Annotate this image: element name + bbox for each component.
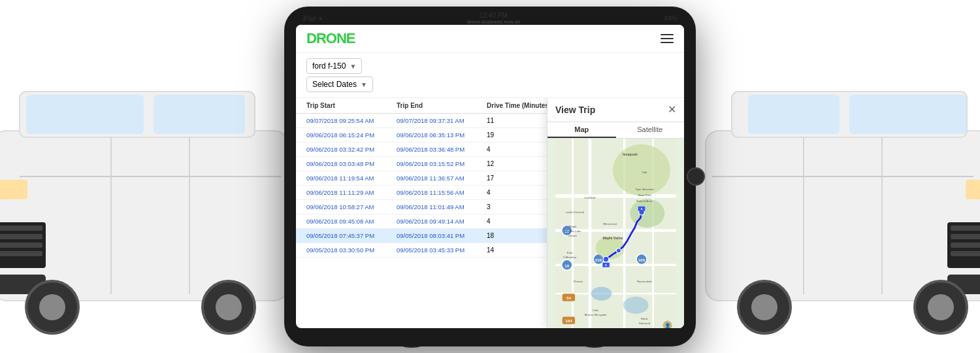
svg-text:Oak: Oak [642,171,647,174]
svg-point-77 [630,199,664,227]
ipad-screen: DRONE ford f-150 ▼ [296,25,684,328]
svg-text:Heights-Lake: Heights-Lake [564,229,581,233]
trip-start-cell: 09/06/2018 10:58:27 AM [306,203,397,210]
trip-start-cell: 09/07/2018 09:25:54 AM [306,117,397,124]
svg-rect-21 [849,95,967,134]
svg-point-79 [591,287,612,301]
svg-text:Lake: Lake [593,309,599,312]
trip-end-cell: 09/06/2018 11:36:57 AM [397,175,487,182]
svg-rect-22 [748,95,840,134]
col-trip-start: Trip Start [306,102,397,109]
trip-end-cell: 09/06/2018 06:35:13 PM [397,131,487,139]
status-url: drone-business.now.sh [466,19,520,25]
trip-start-cell: 09/06/2018 06:15:24 PM [306,131,397,139]
trip-end-cell: 09/07/2018 09:37:31 AM [397,117,487,124]
vehicle-select-row: ford f-150 ▼ [306,58,674,74]
close-button[interactable]: ✕ [668,105,676,115]
svg-text:State Park: State Park [638,193,651,197]
svg-text:Maple Valley: Maple Valley [602,236,623,240]
ipad-home-button[interactable] [687,167,705,186]
map-area[interactable]: 18 18 516 169 54 [547,139,684,328]
svg-text:Desire: Desire [568,234,577,237]
svg-text:164: 164 [565,318,572,323]
svg-point-15 [216,294,242,320]
svg-text:Diamond: Diamond [639,322,651,325]
svg-rect-27 [951,243,980,248]
view-trip-panel: View Trip ✕ Map Satellite [547,98,684,328]
trip-start-cell: 09/05/2018 03:30:50 PM [306,246,397,254]
svg-text:B: B [605,263,607,267]
status-time: 12:40 PM [480,12,508,19]
svg-text:Morton-Berrydale: Morton-Berrydale [585,313,607,316]
ipad-status-bar: iPad ✈ 12:40 PM drone-business.now.sh 64… [284,12,696,25]
svg-point-13 [39,294,65,320]
svg-rect-26 [951,234,980,239]
trip-end-cell: 09/05/2018 08:03:41 PM [397,232,487,239]
trip-end-cell: 09/06/2018 03:15:52 PM [397,160,487,167]
svg-point-80 [623,297,649,314]
svg-text:ll-Meridian: ll-Meridian [563,256,577,259]
trip-end-cell: 09/06/2018 11:15:56 AM [397,189,487,196]
svg-text:169: 169 [638,258,645,262]
svg-text:Issaquah: Issaquah [623,152,638,156]
date-select-label: Select Dates [312,80,357,89]
vehicle-dropdown-arrow: ▼ [350,63,356,70]
svg-rect-3 [26,95,144,134]
svg-text:scade-Fairwood: scade-Fairwood [566,210,584,214]
panel-header: View Trip ✕ [547,98,684,122]
svg-rect-19 [706,131,980,301]
vehicle-dropdown[interactable]: ford f-150 ▼ [306,58,362,74]
app-header: DRONE [296,25,684,53]
ipad-device: iPad ✈ 12:40 PM drone-business.now.sh 64… [284,7,696,346]
tab-satellite[interactable]: Satellite [616,122,685,138]
svg-text:Ravensdale: Ravensdale [637,280,653,283]
trip-start-cell: 09/06/2018 11:11:29 AM [306,189,397,196]
svg-text:East: East [567,251,574,254]
date-select-dropdown[interactable]: Select Dates ▼ [306,76,373,92]
svg-rect-8 [0,234,42,239]
svg-text:Natural Area: Natural Area [636,199,653,203]
trip-start-cell: 09/06/2018 11:19:54 AM [306,175,397,182]
svg-rect-28 [951,251,980,256]
trip-end-cell: 09/05/2018 03:45:33 PM [397,246,487,254]
svg-rect-7 [0,226,42,231]
trip-end-cell: 09/06/2018 11:01:49 AM [397,203,487,210]
trip-end-cell: 09/06/2018 03:36:48 PM [397,146,487,153]
trip-start-cell: 09/06/2018 03:03:48 PM [306,160,397,167]
svg-rect-10 [0,251,42,256]
svg-text:Maple: Maple [569,225,577,228]
trip-start-cell: 09/06/2018 09:45:08 AM [306,218,397,225]
trip-end-cell: 09/06/2018 09:49:14 AM [397,218,487,225]
svg-rect-4 [154,95,245,134]
svg-text:Black: Black [641,317,649,320]
svg-point-33 [928,294,954,320]
app-logo: DRONE [306,30,355,47]
svg-text:18: 18 [564,263,569,268]
svg-rect-25 [951,226,980,231]
ipad-frame: iPad ✈ 12:40 PM drone-business.now.sh 64… [284,7,696,346]
svg-text:Mirrormont: Mirrormont [603,222,617,226]
vehicle-select-label: ford f-150 [312,61,346,71]
trip-start-cell: 09/06/2018 03:32:42 PM [306,146,397,153]
svg-rect-29 [966,180,980,199]
svg-rect-9 [0,243,42,248]
status-battery: 64% [664,15,678,22]
map-tabs: Map Satellite [547,122,684,139]
date-dropdown-arrow: ▼ [361,81,367,88]
svg-point-101 [603,256,609,262]
svg-text:👤: 👤 [664,322,671,328]
hamburger-menu-icon[interactable] [661,34,674,43]
svg-text:54: 54 [566,295,571,300]
status-left: iPad ✈ [302,15,323,22]
svg-point-104 [616,248,621,253]
trip-start-cell: 09/05/2018 07:45:37 PM [306,232,397,239]
svg-text:516: 516 [595,258,602,262]
svg-text:Coalfield: Coalfield [584,196,596,199]
svg-point-31 [751,294,777,320]
col-trip-end: Trip End [397,102,487,109]
svg-text:Tiger Mountain: Tiger Mountain [635,188,655,191]
svg-text:Renton: Renton [574,280,583,283]
tab-map[interactable]: Map [547,122,616,138]
filters-area: ford f-150 ▼ Select Dates ▼ [296,53,684,98]
panel-title: View Trip [555,105,595,115]
